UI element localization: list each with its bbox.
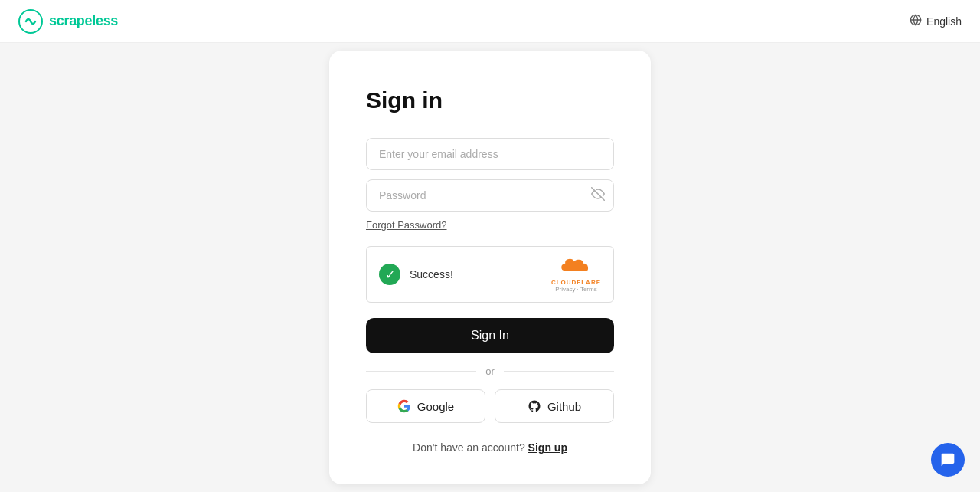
email-field[interactable] — [366, 138, 614, 170]
password-toggle-button[interactable] — [591, 187, 605, 204]
cloudflare-cloud-icon — [557, 256, 595, 277]
main-content: Sign in Forgot Password? ✓ Success! — [0, 43, 980, 492]
page-title: Sign in — [366, 87, 614, 113]
divider: or — [366, 366, 614, 377]
password-field[interactable] — [366, 179, 614, 212]
cloudflare-name: CLOUDFLARE — [551, 279, 601, 286]
no-account-text: Don't have an account? — [413, 441, 525, 454]
google-button-label: Google — [417, 400, 454, 413]
cloudflare-links: Privacy · Terms — [555, 286, 597, 293]
github-icon — [528, 399, 541, 413]
logo[interactable]: scrapeless — [18, 9, 118, 34]
globe-icon — [910, 14, 922, 28]
signin-button[interactable]: Sign In — [366, 318, 614, 353]
google-signin-button[interactable]: Google — [366, 389, 485, 423]
captcha-box: ✓ Success! CLOUDFLARE Privacy · Terms — [366, 246, 614, 303]
signin-card: Sign in Forgot Password? ✓ Success! — [329, 51, 651, 484]
oauth-buttons: Google Github — [366, 389, 614, 423]
captcha-left: ✓ Success! — [379, 264, 453, 285]
header: scrapeless English — [0, 0, 980, 43]
signup-link[interactable]: Sign up — [528, 441, 567, 454]
logo-text: scrapeless — [49, 13, 118, 29]
logo-icon — [18, 9, 43, 34]
google-icon — [397, 399, 411, 413]
password-wrapper — [366, 179, 614, 212]
github-signin-button[interactable]: Github — [495, 389, 614, 423]
cloudflare-logo: CLOUDFLARE Privacy · Terms — [551, 256, 601, 293]
divider-line-left — [366, 371, 476, 372]
forgot-password-link[interactable]: Forgot Password? — [366, 219, 447, 231]
divider-text: or — [485, 366, 495, 377]
captcha-check-icon: ✓ — [379, 264, 400, 285]
language-label: English — [926, 15, 962, 28]
captcha-success-text: Success! — [410, 268, 453, 280]
chat-icon — [940, 452, 956, 467]
divider-line-right — [504, 371, 614, 372]
github-button-label: Github — [547, 400, 581, 413]
footer-text: Don't have an account? Sign up — [366, 441, 614, 454]
chat-bubble-button[interactable] — [931, 443, 965, 477]
language-selector[interactable]: English — [910, 14, 962, 28]
